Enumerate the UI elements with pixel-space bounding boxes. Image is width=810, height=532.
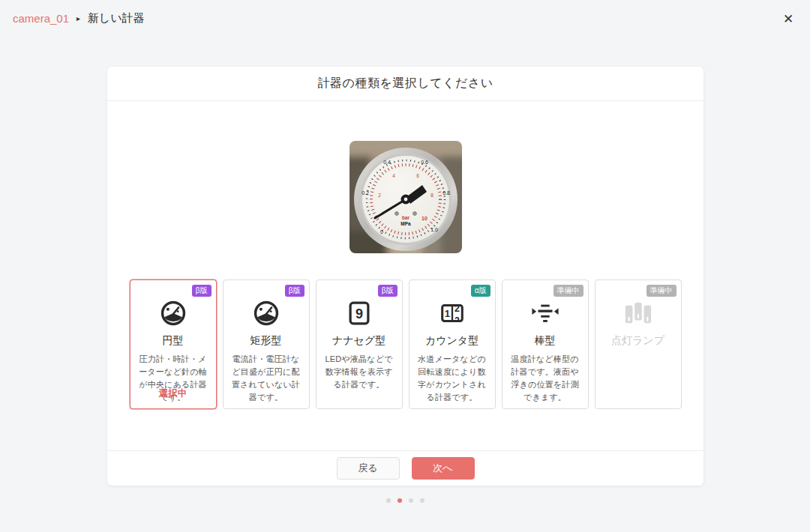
breadcrumb-current-page: 新しい計器 bbox=[88, 11, 145, 25]
type-card-rectangular[interactable]: β版 矩形型 電流計・電圧計など目盛が正円に配置されていない計器です。 bbox=[223, 279, 310, 409]
gauge-icon bbox=[136, 297, 210, 330]
meter-type-modal: 計器の種類を選択してください bbox=[107, 67, 704, 486]
type-label: カウンタ型 bbox=[416, 334, 489, 348]
step-dot-3[interactable] bbox=[409, 498, 413, 503]
svg-text:MPa: MPa bbox=[400, 221, 411, 226]
svg-text:8: 8 bbox=[430, 193, 434, 198]
gauge-icon bbox=[230, 297, 303, 330]
svg-text:2: 2 bbox=[378, 193, 381, 198]
alpha-badge: α版 bbox=[471, 285, 490, 297]
step-dot-2-active[interactable] bbox=[398, 498, 402, 503]
type-description: 温度計など棒型の計器です。液面や浮きの位置を計測できます。 bbox=[508, 353, 582, 404]
meter-type-list: β版 円型 圧力計・時計・メーターなど針の軸が中央にある計器です。 選択中 β版 bbox=[107, 279, 704, 409]
beta-badge: β版 bbox=[192, 285, 212, 297]
type-label: ナナセグ型 bbox=[322, 334, 396, 348]
breadcrumb-camera-link[interactable]: camera_01 bbox=[13, 12, 69, 25]
indicator-lamps-icon bbox=[602, 297, 675, 330]
next-button[interactable]: 次へ bbox=[412, 457, 475, 480]
gauge-sample-photo: 0 0.2 0.4 0.6 0.8 1.0 2 4 6 8 10 bar MPa bbox=[350, 141, 462, 253]
modal-title: 計器の種類を選択してください bbox=[318, 76, 494, 91]
back-button[interactable]: 戻る bbox=[337, 457, 400, 480]
svg-text:10: 10 bbox=[422, 216, 428, 221]
svg-text:0.2: 0.2 bbox=[362, 190, 369, 196]
svg-text:6: 6 bbox=[416, 173, 419, 178]
svg-text:9: 9 bbox=[355, 306, 362, 321]
svg-text:1.0: 1.0 bbox=[430, 227, 438, 232]
type-card-bar[interactable]: 準備中 棒型 温度計など棒型の計器です。液面や浮きの位置を計測できます。 bbox=[502, 279, 589, 409]
preparing-badge: 準備中 bbox=[646, 285, 676, 297]
breadcrumb: camera_01 ▸ 新しい計器 bbox=[0, 0, 810, 36]
close-icon[interactable]: ✕ bbox=[778, 9, 798, 28]
modal-header: 計器の種類を選択してください bbox=[107, 67, 704, 101]
beta-badge: β版 bbox=[378, 285, 398, 297]
breadcrumb-separator-icon: ▸ bbox=[76, 14, 80, 22]
modal-footer: 戻る 次へ bbox=[107, 450, 704, 486]
seven-segment-icon: 9 bbox=[322, 297, 396, 330]
type-card-circular[interactable]: β版 円型 圧力計・時計・メーターなど針の軸が中央にある計器です。 選択中 bbox=[130, 279, 217, 409]
beta-badge: β版 bbox=[285, 285, 304, 297]
type-description: 電流計・電圧計など目盛が正円に配置されていない計器です。 bbox=[230, 353, 303, 404]
step-dot-4[interactable] bbox=[420, 498, 424, 503]
svg-text:0.6: 0.6 bbox=[421, 160, 428, 165]
gauge-photo-illustration: 0 0.2 0.4 0.6 0.8 1.0 2 4 6 8 10 bar MPa bbox=[350, 141, 462, 253]
type-card-sevenseg[interactable]: β版 9 ナナセグ型 LEDや液晶などで数字情報を表示する計器です。 bbox=[316, 279, 403, 409]
svg-text:bar: bar bbox=[401, 215, 410, 220]
type-label: 点灯ランプ bbox=[602, 334, 675, 348]
svg-text:0: 0 bbox=[380, 229, 383, 235]
svg-text:4: 4 bbox=[392, 173, 395, 178]
type-description: LEDや液晶などで数字情報を表示する計器です。 bbox=[322, 353, 396, 391]
svg-text:1: 1 bbox=[444, 308, 450, 319]
counter-icon: 1 2 2 bbox=[416, 297, 489, 330]
wizard-step-dots bbox=[0, 498, 810, 503]
type-description: 水道メータなどの回転速度により数字がカウントされる計器です。 bbox=[416, 353, 489, 404]
type-card-lamp: 準備中 点灯ランプ bbox=[595, 279, 682, 409]
type-label: 円型 bbox=[136, 334, 210, 348]
type-label: 矩形型 bbox=[230, 334, 303, 348]
step-dot-1[interactable] bbox=[386, 498, 391, 503]
selected-status-label: 選択中 bbox=[130, 387, 216, 400]
svg-text:0.4: 0.4 bbox=[383, 160, 391, 165]
type-label: 棒型 bbox=[508, 334, 582, 348]
type-card-counter[interactable]: α版 1 2 2 カウンタ型 水道メータなどの回転速度により数字がカウントされる… bbox=[409, 279, 496, 409]
bar-level-icon bbox=[508, 297, 582, 330]
preparing-badge: 準備中 bbox=[554, 285, 584, 297]
svg-text:0.8: 0.8 bbox=[442, 190, 450, 196]
